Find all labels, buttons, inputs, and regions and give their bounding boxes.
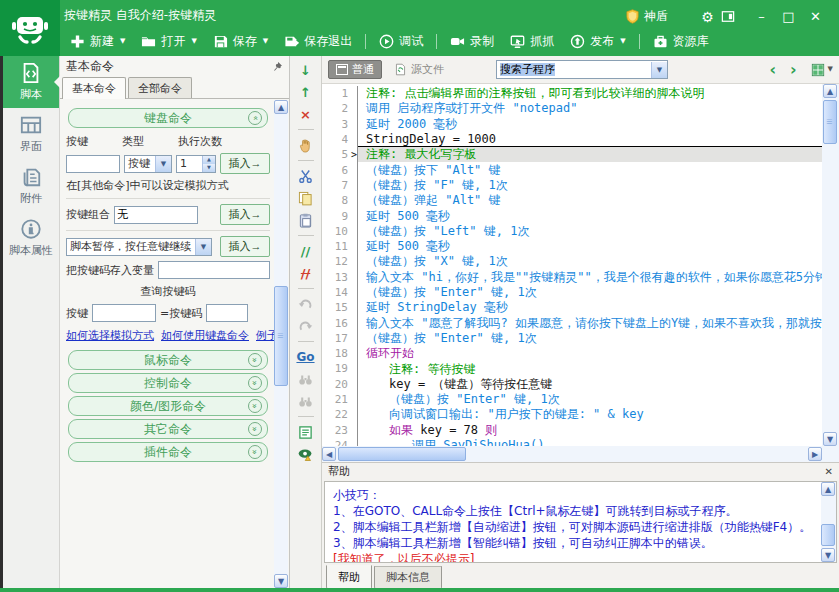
scroll-down-icon[interactable]: ▼ bbox=[821, 548, 835, 562]
combo-input[interactable] bbox=[114, 206, 198, 224]
scroll-up-icon[interactable]: ▲ bbox=[821, 482, 835, 496]
help-link[interactable]: 如何选择模拟方式 bbox=[66, 328, 154, 343]
code-line[interactable]: 8（键盘）弹起 "Alt" 键 bbox=[322, 193, 822, 208]
code-line[interactable]: 2调用 启动程序或打开文件 "notepad" bbox=[322, 101, 822, 116]
scroll-left-icon[interactable]: ◀ bbox=[322, 447, 336, 461]
command-panel-scrollbar[interactable]: ▲ ☰ ▼ bbox=[274, 100, 288, 588]
help-close-icon[interactable]: ✕ bbox=[825, 466, 833, 477]
maximize-button[interactable]: □ bbox=[775, 9, 802, 24]
code-line[interactable]: 7（键盘）按 "F" 键, 1次 bbox=[322, 178, 822, 193]
sidebar-item-attachment[interactable]: 附件 bbox=[3, 160, 59, 212]
code-line[interactable]: 24调用 SayDiShuoHua() bbox=[322, 438, 822, 446]
code-line[interactable]: 16输入文本 "愿意了解我吗? 如果愿意，请你按下键盘上的Y键，如果不喜欢我，那… bbox=[322, 315, 822, 330]
shield-badge[interactable]: 神盾 bbox=[625, 8, 668, 25]
code-horizontal-scrollbar[interactable]: ◀ ▶ bbox=[322, 446, 822, 462]
help-dismiss-link[interactable]: [我知道了，以后不必提示] bbox=[333, 551, 828, 563]
code-line[interactable]: 14（键盘）按 "Enter" 键, 1次 bbox=[322, 285, 822, 300]
help-link[interactable]: 如何使用键盘命令 bbox=[161, 328, 249, 343]
next-arrow-icon[interactable]: › bbox=[790, 62, 797, 78]
collapse-icon[interactable]: « bbox=[248, 111, 262, 125]
scroll-up-icon[interactable]: ▲ bbox=[274, 100, 288, 114]
scroll-thumb[interactable] bbox=[338, 447, 466, 461]
pin-icon[interactable] bbox=[272, 61, 283, 72]
comment-icon[interactable]: // bbox=[297, 243, 315, 259]
help-scrollbar[interactable]: ▲ ▼ bbox=[821, 482, 836, 562]
code-line[interactable]: 4StringDelay = 1000 bbox=[322, 132, 822, 147]
dropdown-caret-icon[interactable]: ▼ bbox=[191, 38, 196, 45]
toolbar-item-library[interactable]: 资源库 bbox=[645, 30, 717, 52]
redo-icon[interactable] bbox=[297, 318, 315, 334]
code-line[interactable]: 22向调试窗口输出: "用户按下的键是: " & key bbox=[322, 407, 822, 422]
toolbar-item-new[interactable]: 新建▼ bbox=[62, 30, 133, 52]
query-key-input[interactable] bbox=[92, 304, 156, 322]
help-tab-脚本信息[interactable]: 脚本信息 bbox=[374, 566, 442, 589]
paste-icon[interactable] bbox=[297, 212, 315, 228]
count-stepper[interactable]: 1 ▲▼ bbox=[176, 155, 216, 173]
key-input[interactable] bbox=[66, 155, 120, 173]
code-line[interactable]: 1注释: 点击编辑界面的注释按钮，即可看到比较详细的脚本说明 bbox=[322, 86, 822, 101]
code-vertical-scrollbar[interactable]: ▲ ☰ ▼ bbox=[822, 84, 839, 446]
store-variable-input[interactable] bbox=[158, 261, 270, 279]
scroll-thumb[interactable]: ☰ bbox=[274, 286, 288, 386]
toolbar-item-publish[interactable]: 发布▼ bbox=[562, 30, 633, 52]
code-line[interactable]: 11延时 500 毫秒 bbox=[322, 239, 822, 254]
toolbar-item-capture[interactable]: 抓抓 bbox=[502, 30, 562, 52]
settings-gear-icon[interactable]: ⚙ bbox=[694, 9, 721, 25]
sidebar-item-script[interactable]: 脚本 bbox=[3, 56, 59, 108]
section-keyboard-commands[interactable]: 键盘命令 « bbox=[68, 108, 268, 128]
expand-icon[interactable]: « bbox=[248, 399, 262, 413]
dropdown-caret-icon[interactable]: ▼ bbox=[120, 38, 125, 45]
scroll-thumb[interactable]: ☰ bbox=[823, 100, 837, 144]
insert-key-button[interactable]: 插入→ bbox=[220, 153, 270, 174]
insert-pause-button[interactable]: 插入→ bbox=[220, 236, 270, 257]
expand-icon[interactable]: « bbox=[248, 353, 262, 367]
step-up-icon[interactable]: ▲ bbox=[202, 156, 215, 164]
scroll-down-icon[interactable]: ▼ bbox=[274, 574, 288, 588]
goto-icon[interactable]: Go bbox=[297, 349, 315, 365]
scroll-up-icon[interactable]: ▲ bbox=[823, 84, 837, 98]
find-next-icon[interactable] bbox=[297, 393, 315, 409]
toolbar-item-open[interactable]: 打开▼ bbox=[133, 30, 204, 52]
code-line[interactable]: 19注释: 等待按键 bbox=[322, 361, 822, 376]
code-line[interactable]: 15延时 StringDelay 毫秒 bbox=[322, 300, 822, 315]
help-link[interactable]: 例子 bbox=[256, 328, 274, 343]
view-normal-button[interactable]: 普通 bbox=[328, 60, 382, 79]
pause-hand-icon[interactable] bbox=[297, 137, 315, 153]
toggle-panel-icon[interactable] bbox=[721, 10, 748, 23]
move-down-icon[interactable]: ↓ bbox=[297, 62, 315, 78]
section-插件命令[interactable]: 插件命令« bbox=[68, 442, 268, 462]
query-code-input[interactable] bbox=[206, 304, 248, 322]
sidebar-item-interface[interactable]: 界面 bbox=[3, 108, 59, 160]
undo-icon[interactable] bbox=[297, 296, 315, 312]
type-select[interactable]: 按键 ▼ bbox=[124, 155, 172, 173]
move-up-icon[interactable]: ↑ bbox=[297, 84, 315, 100]
copy-icon[interactable] bbox=[297, 190, 315, 206]
delete-line-icon[interactable]: × bbox=[297, 106, 315, 122]
expand-icon[interactable]: « bbox=[248, 445, 262, 459]
code-line[interactable]: 21（键盘）按 "Enter" 键, 1次 bbox=[322, 392, 822, 407]
code-line[interactable]: 6（键盘）按下 "Alt" 键 bbox=[322, 162, 822, 177]
toolbar-item-save[interactable]: 保存▼ bbox=[205, 30, 276, 52]
section-颜色/图形命令[interactable]: 颜色/图形命令« bbox=[68, 396, 268, 416]
code-line[interactable]: 20key = （键盘）等待按任意键 bbox=[322, 377, 822, 392]
script-info-icon[interactable] bbox=[297, 424, 315, 440]
toolbar-item-debug[interactable]: 调试 bbox=[371, 30, 431, 52]
uncomment-icon[interactable]: // bbox=[297, 265, 315, 281]
dropdown-caret-icon[interactable]: ▼ bbox=[620, 38, 625, 45]
code-line[interactable]: 23如果 key = 78 则 bbox=[322, 423, 822, 438]
code-line[interactable]: 5注释: 最大化写字板 bbox=[322, 147, 822, 162]
expand-icon[interactable]: « bbox=[248, 376, 262, 390]
code-line[interactable]: 9延时 500 毫秒 bbox=[322, 208, 822, 223]
scroll-down-icon[interactable]: ▼ bbox=[823, 432, 837, 446]
code-line[interactable]: 3延时 2000 毫秒 bbox=[322, 117, 822, 132]
code-line[interactable]: 10（键盘）按 "Left" 键, 1次 bbox=[322, 224, 822, 239]
toolbar-item-record[interactable]: 录制 bbox=[442, 30, 502, 52]
panel-tab-全部命令[interactable]: 全部命令 bbox=[128, 77, 192, 98]
scroll-thumb[interactable] bbox=[821, 524, 835, 546]
syntax-check-icon[interactable] bbox=[297, 446, 315, 462]
help-tab-帮助[interactable]: 帮助 bbox=[326, 565, 372, 589]
code-editor[interactable]: 1注释: 点击编辑界面的注释按钮，即可看到比较详细的脚本说明2调用 启动程序或打… bbox=[322, 84, 822, 446]
section-控制命令[interactable]: 控制命令« bbox=[68, 373, 268, 393]
find-icon[interactable] bbox=[297, 371, 315, 387]
close-button[interactable]: ✕ bbox=[802, 9, 829, 24]
